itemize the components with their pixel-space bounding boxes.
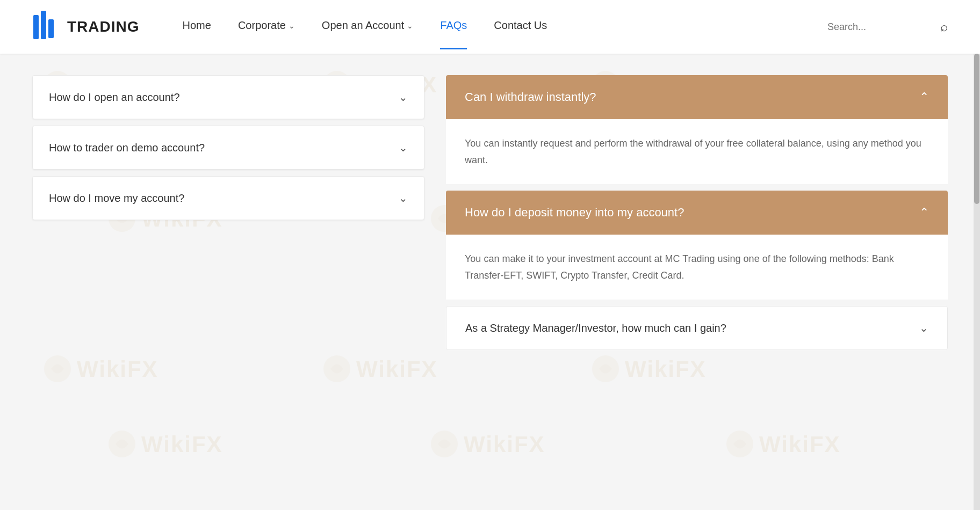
watermark: WikiFX <box>107 429 223 459</box>
navbar: TRADING Home Corporate ⌄ Open an Account… <box>0 0 980 54</box>
chevron-down-icon: ⌄ <box>399 91 408 104</box>
nav-faqs[interactable]: FAQs <box>440 19 467 34</box>
logo[interactable]: TRADING <box>32 10 140 45</box>
svg-point-12 <box>109 431 135 457</box>
faq-answer-deposit: You can make it to your investment accou… <box>446 235 948 300</box>
nav-open-account[interactable]: Open an Account ⌄ <box>322 19 413 34</box>
faq-item-withdraw: Can I withdraw instantly? ⌃ You can inst… <box>446 75 948 184</box>
chevron-down-icon: ⌄ <box>399 141 408 154</box>
svg-rect-0 <box>33 15 39 39</box>
faq-question-withdraw: Can I withdraw instantly? <box>465 90 596 104</box>
svg-point-13 <box>431 431 458 457</box>
faq-answer-withdraw: You can instantly request and perform th… <box>446 119 948 184</box>
chevron-down-icon: ⌄ <box>289 21 295 30</box>
search-input[interactable] <box>827 21 935 33</box>
nav-links: Home Corporate ⌄ Open an Account ⌄ FAQs … <box>183 19 827 34</box>
faq-item-open-account: How do I open an account? ⌄ <box>32 75 424 119</box>
right-faq-column: Can I withdraw instantly? ⌃ You can inst… <box>446 75 948 350</box>
search-button[interactable]: ⌕ <box>940 19 948 34</box>
main-content: How do I open an account? ⌄ How to trade… <box>0 54 980 371</box>
faq-question-demo-account: How to trader on demo account? <box>49 142 205 154</box>
faq-item-move-account: How do I move my account? ⌄ <box>32 176 424 220</box>
left-faq-column: How do I open an account? ⌄ How to trade… <box>32 75 424 350</box>
chevron-down-icon: ⌄ <box>399 192 408 205</box>
faq-header-deposit[interactable]: How do I deposit money into my account? … <box>446 191 948 235</box>
faq-item-strategy-manager[interactable]: As a Strategy Manager/Investor, how much… <box>446 306 948 350</box>
watermark: WikiFX <box>725 429 841 459</box>
faq-item-deposit: How do I deposit money into my account? … <box>446 191 948 300</box>
faq-item-demo-account: How to trader on demo account? ⌄ <box>32 126 424 170</box>
chevron-up-icon: ⌃ <box>919 206 929 220</box>
watermark: WikiFX <box>430 429 545 459</box>
chevron-up-icon: ⌃ <box>919 90 929 104</box>
faq-question-move-account: How do I move my account? <box>49 192 184 205</box>
nav-home[interactable]: Home <box>183 19 211 34</box>
faq-question-deposit: How do I deposit money into my account? <box>465 206 684 220</box>
svg-point-14 <box>726 431 753 457</box>
faq-header-open-account[interactable]: How do I open an account? ⌄ <box>33 76 424 119</box>
chevron-down-icon: ⌄ <box>919 322 928 334</box>
chevron-down-icon: ⌄ <box>407 21 413 30</box>
nav-corporate[interactable]: Corporate ⌄ <box>238 19 295 34</box>
nav-contact-us[interactable]: Contact Us <box>494 19 547 34</box>
faq-question-strategy-manager: As a Strategy Manager/Investor, how much… <box>465 322 726 334</box>
logo-icon <box>32 10 62 45</box>
logo-text: TRADING <box>67 18 140 35</box>
svg-rect-1 <box>41 11 46 39</box>
faq-header-demo-account[interactable]: How to trader on demo account? ⌄ <box>33 126 424 169</box>
faq-header-move-account[interactable]: How do I move my account? ⌄ <box>33 177 424 220</box>
search-area: ⌕ <box>827 19 948 34</box>
faq-question-open-account: How do I open an account? <box>49 91 180 104</box>
faq-header-withdraw[interactable]: Can I withdraw instantly? ⌃ <box>446 75 948 119</box>
svg-rect-2 <box>48 19 54 38</box>
